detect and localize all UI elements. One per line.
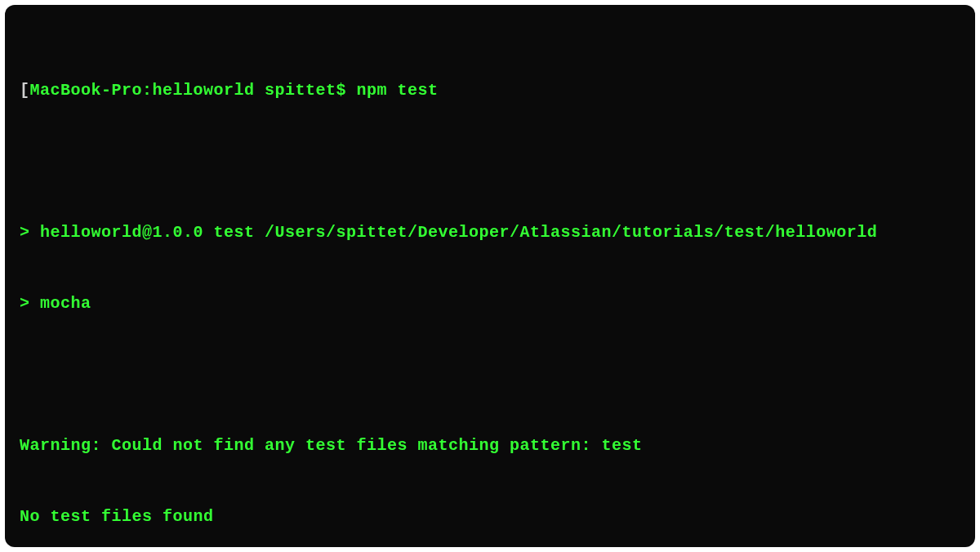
prompt-open-bracket: [ xyxy=(20,81,30,100)
warning-line: Warning: Could not find any test files m… xyxy=(20,434,960,457)
terminal-title-bar xyxy=(20,11,960,31)
terminal-line-command: [MacBook-Pro:helloworld spittet$ npm tes… xyxy=(20,78,960,102)
no-tests-line: No test files found xyxy=(20,505,960,528)
terminal-window[interactable]: [MacBook-Pro:helloworld spittet$ npm tes… xyxy=(5,5,975,547)
shell-prompt: MacBook-Pro:helloworld spittet$ xyxy=(30,81,357,100)
npm-script-header: > helloworld@1.0.0 test /Users/spittet/D… xyxy=(20,220,960,244)
blank-line xyxy=(20,149,960,173)
blank-line xyxy=(20,363,960,386)
npm-mocha-line: > mocha xyxy=(20,292,960,315)
entered-command: npm test xyxy=(357,81,439,100)
terminal-content[interactable]: [MacBook-Pro:helloworld spittet$ npm tes… xyxy=(20,31,960,547)
